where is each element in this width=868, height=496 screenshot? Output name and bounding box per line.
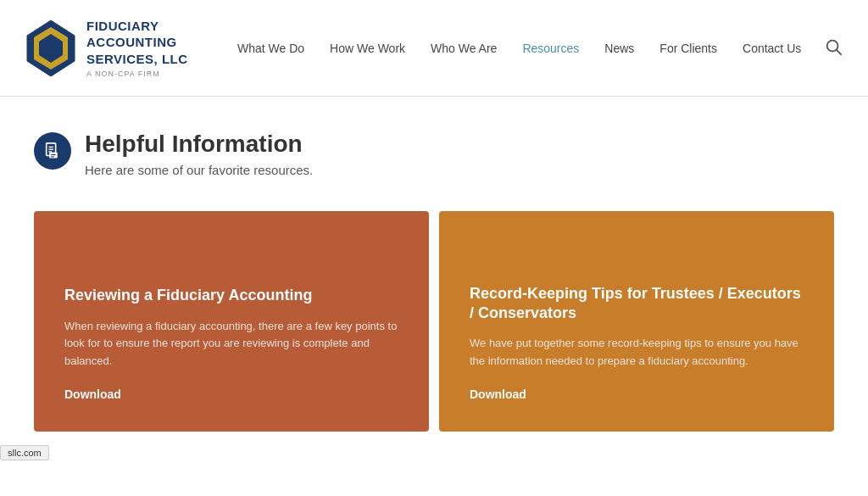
nav-news[interactable]: News <box>604 42 634 55</box>
nav-resources[interactable]: Resources <box>522 42 579 55</box>
svg-line-4 <box>837 50 841 54</box>
page-icon-circle <box>34 132 71 170</box>
nav-who-we-are[interactable]: Who We Are <box>431 42 497 55</box>
page-title: Helpful Information <box>85 131 313 158</box>
main-content: Helpful Information Here are some of our… <box>0 97 868 457</box>
card-1-description: When reviewing a fiduciary accounting, t… <box>64 318 398 371</box>
company-name: Fiduciary Accounting Services, LLC <box>86 18 188 68</box>
card-1-download[interactable]: Download <box>64 387 398 401</box>
card-fiduciary-accounting[interactable]: Reviewing a Fiduciary Accounting When re… <box>34 211 429 432</box>
document-icon <box>43 142 62 160</box>
card-2-description: We have put together some record-keeping… <box>470 335 804 371</box>
card-1-title: Reviewing a Fiduciary Accounting <box>64 286 398 305</box>
page-header: Helpful Information Here are some of our… <box>34 131 834 177</box>
card-record-keeping[interactable]: Record-Keeping Tips for Trustees / Execu… <box>439 211 834 432</box>
main-nav: What We Do How We Work Who We Are Resour… <box>237 42 810 55</box>
site-header: Fiduciary Accounting Services, LLC A Non… <box>0 0 868 97</box>
page-header-text: Helpful Information Here are some of our… <box>85 131 313 177</box>
nav-what-we-do[interactable]: What We Do <box>237 42 304 55</box>
nav-contact-us[interactable]: Contact Us <box>743 42 801 55</box>
nav-for-clients[interactable]: For Clients <box>659 42 717 55</box>
card-2-title: Record-Keeping Tips for Trustees / Execu… <box>470 284 804 324</box>
url-badge: sllc.com <box>0 445 49 460</box>
card-2-download[interactable]: Download <box>470 387 804 401</box>
logo-icon <box>25 19 76 78</box>
company-tagline: A Non-CPA Firm <box>86 70 188 78</box>
search-button[interactable] <box>810 37 843 59</box>
logo-text: Fiduciary Accounting Services, LLC A Non… <box>86 18 188 79</box>
nav-how-we-work[interactable]: How We Work <box>330 42 405 55</box>
logo-area: Fiduciary Accounting Services, LLC A Non… <box>25 18 212 79</box>
page-subtitle: Here are some of our favorite resources. <box>85 163 313 177</box>
search-icon <box>824 37 843 56</box>
cards-row: Reviewing a Fiduciary Accounting When re… <box>34 211 834 432</box>
